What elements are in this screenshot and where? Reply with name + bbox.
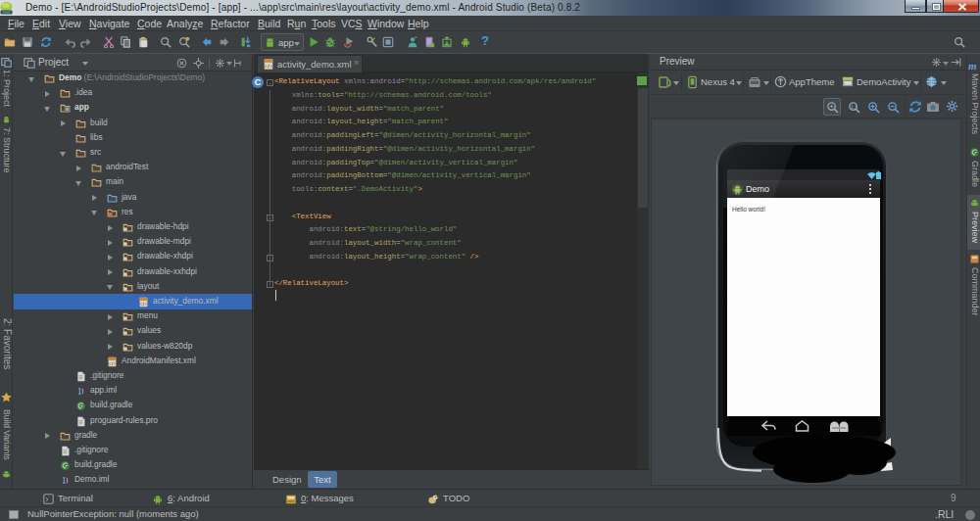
svg-text:1:1: 1:1 [851,104,858,110]
